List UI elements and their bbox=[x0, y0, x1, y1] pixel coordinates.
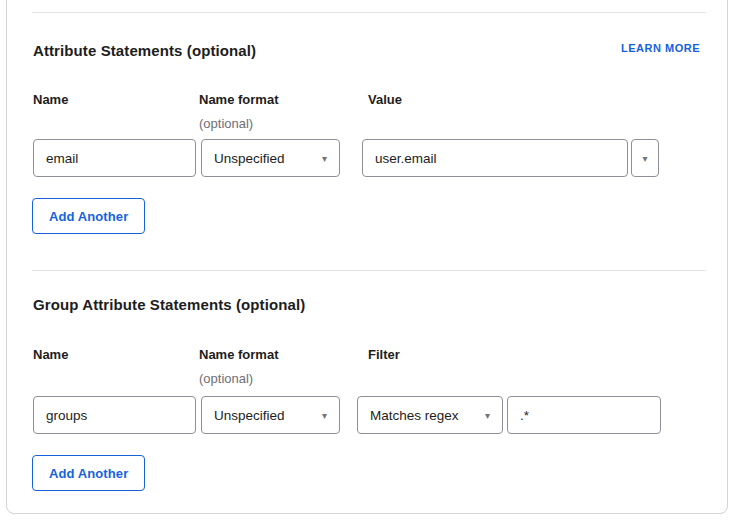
group-attribute-statements-title: Group Attribute Statements (optional) bbox=[33, 296, 305, 313]
chevron-down-icon: ▾ bbox=[485, 411, 490, 421]
group-name-format-select-value: Unspecified bbox=[214, 408, 285, 423]
chevron-down-icon: ▾ bbox=[322, 154, 327, 164]
value-dropdown-button[interactable]: ▾ bbox=[631, 139, 659, 177]
attribute-value-input[interactable] bbox=[362, 139, 628, 177]
column-label-name-format-optional: (optional) bbox=[199, 371, 253, 386]
section-divider-middle bbox=[32, 270, 706, 271]
learn-more-link[interactable]: LEARN MORE bbox=[621, 42, 700, 54]
group-name-format-select[interactable]: Unspecified ▾ bbox=[201, 396, 340, 434]
settings-card bbox=[6, 0, 728, 514]
column-label-value: Value bbox=[368, 92, 402, 107]
column-label-name-format: Name format bbox=[199, 347, 278, 362]
attribute-name-input[interactable] bbox=[33, 139, 196, 177]
filter-type-select[interactable]: Matches regex ▾ bbox=[357, 396, 503, 434]
column-label-name-format: Name format bbox=[199, 92, 278, 107]
column-label-name-format-optional: (optional) bbox=[199, 116, 253, 131]
filter-value-input[interactable] bbox=[507, 396, 661, 434]
name-format-select[interactable]: Unspecified ▾ bbox=[201, 139, 340, 177]
group-attribute-name-input[interactable] bbox=[33, 396, 196, 434]
column-label-name: Name bbox=[33, 92, 68, 107]
add-another-button-group-attributes[interactable]: Add Another bbox=[32, 455, 145, 491]
column-label-name: Name bbox=[33, 347, 68, 362]
chevron-down-icon: ▾ bbox=[322, 411, 327, 421]
add-another-button-attributes[interactable]: Add Another bbox=[32, 198, 145, 234]
filter-type-select-value: Matches regex bbox=[370, 408, 459, 423]
section-divider-top bbox=[32, 12, 706, 13]
name-format-select-value: Unspecified bbox=[214, 151, 285, 166]
chevron-down-icon: ▾ bbox=[642, 154, 647, 164]
column-label-filter: Filter bbox=[368, 347, 400, 362]
saml-settings-page: Attribute Statements (optional) LEARN MO… bbox=[0, 0, 737, 530]
attribute-statements-title: Attribute Statements (optional) bbox=[33, 42, 256, 59]
